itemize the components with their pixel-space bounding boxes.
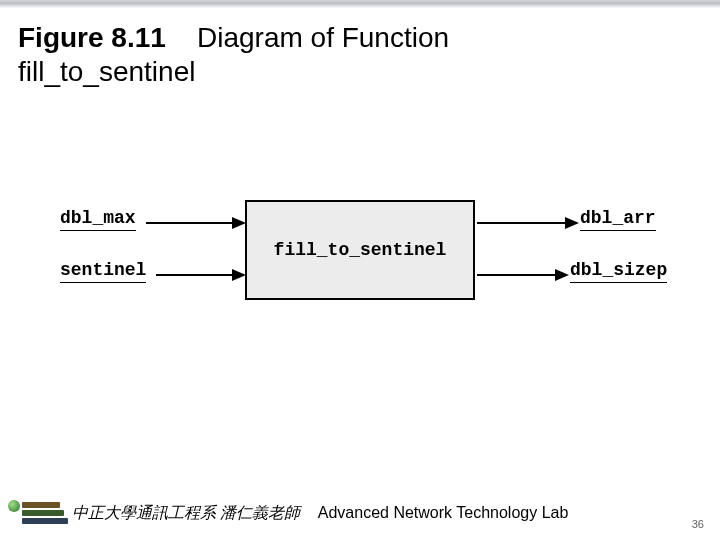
footer: 中正大學通訊工程系 潘仁義老師 Advanced Network Technol… [0,498,720,528]
function-box: fill_to_sentinel [245,200,475,300]
top-rule [0,0,720,8]
input-arrow-2-head [232,269,246,281]
figure-caption: Diagram of Function [197,22,449,53]
figure-subtitle: fill_to_sentinel [18,56,702,88]
input-arrow-1-head [232,217,246,229]
footer-lab-en: Advanced Network Technology Lab [318,504,569,521]
output-label-1: dbl_arr [580,208,656,231]
footer-org-cn: 中正大學通訊工程系 潘仁義老師 [72,504,300,521]
input-arrow-1-line [146,222,232,224]
figure-number: Figure 8.11 [18,22,166,53]
input-label-2: sentinel [60,260,146,283]
output-arrow-1-head [565,217,579,229]
output-arrow-2-head [555,269,569,281]
page-number: 36 [692,518,704,530]
output-arrow-1-line [477,222,565,224]
lab-logo-icon [8,500,66,528]
output-label-2: dbl_sizep [570,260,667,283]
function-diagram: fill_to_sentinel dbl_max sentinel dbl_ar… [60,180,660,340]
function-name: fill_to_sentinel [274,240,447,260]
footer-text: 中正大學通訊工程系 潘仁義老師 Advanced Network Technol… [72,503,568,524]
slide-title: Figure 8.11 Diagram of Function fill_to_… [18,22,702,88]
input-arrow-2-line [156,274,232,276]
output-arrow-2-line [477,274,555,276]
input-label-1: dbl_max [60,208,136,231]
